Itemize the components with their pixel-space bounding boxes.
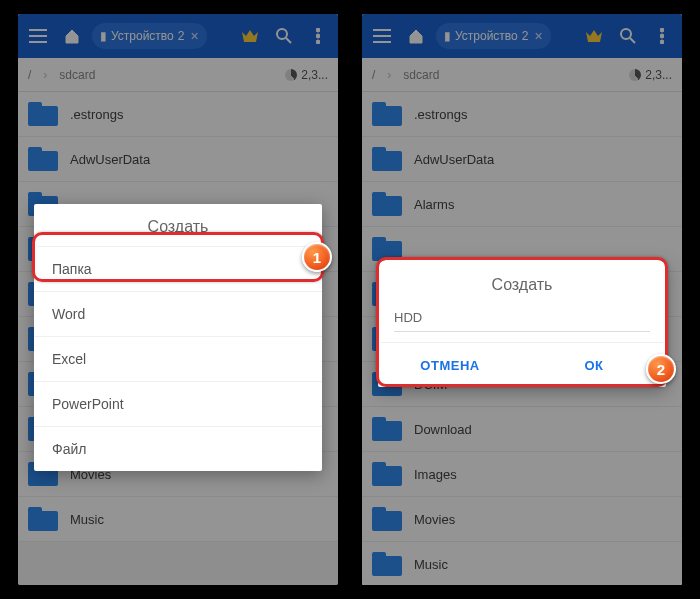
storage-indicator[interactable]: 2,3... [629,68,672,82]
home-icon[interactable] [402,22,430,50]
breadcrumb: / › sdcard 2,3... [18,58,338,92]
step-badge-1: 1 [302,242,332,272]
svg-point-5 [660,28,664,32]
svg-point-4 [621,29,631,39]
dialog-button-row: ОТМЕНА ОК [378,343,666,387]
search-icon[interactable] [270,22,298,50]
menu-icon[interactable] [368,22,396,50]
breadcrumb-sdcard[interactable]: sdcard [403,68,439,82]
sdcard-icon: ▮ [100,29,107,43]
overflow-icon[interactable] [648,22,676,50]
close-icon[interactable]: × [190,28,198,44]
file-name: AdwUserData [414,152,494,167]
svg-point-2 [316,34,320,38]
list-item[interactable]: Movies [362,497,682,542]
folder-icon [372,237,402,261]
file-name: .estrongs [70,107,123,122]
ok-button[interactable]: ОК [522,343,666,387]
folder-icon [372,192,402,216]
file-name: Music [414,557,448,572]
dialog-title: Создать [378,262,666,300]
svg-point-1 [316,28,320,32]
folder-icon [28,507,58,531]
file-name: Images [414,467,457,482]
file-name: Alarms [414,197,454,212]
close-icon[interactable]: × [534,28,542,44]
storage-indicator[interactable]: 2,3... [285,68,328,82]
screenshot-left: ▮ Устройство 2 × / › sdcard 2,3... .estr… [18,14,338,585]
file-name: .estrongs [414,107,467,122]
dialog-title: Создать [34,204,322,246]
folder-name-input[interactable]: HDD [378,300,666,343]
menu-icon[interactable] [24,22,52,50]
chevron-right-icon: › [43,68,47,82]
list-item[interactable]: Alarms [362,182,682,227]
toolbar-tab[interactable]: ▮ Устройство 2 × [92,23,207,49]
tab-count: 2 [522,29,529,43]
file-name: AdwUserData [70,152,150,167]
create-option[interactable]: Excel [34,336,322,381]
create-name-dialog: Создать HDD ОТМЕНА ОК [378,262,666,387]
pie-icon [285,69,297,81]
create-option[interactable]: PowerPoint [34,381,322,426]
folder-icon [372,507,402,531]
app-toolbar: ▮ Устройство 2 × [362,14,682,58]
tab-label: Устройство [455,29,518,43]
breadcrumb-sdcard[interactable]: sdcard [59,68,95,82]
folder-icon [372,552,402,576]
tab-count: 2 [178,29,185,43]
overflow-icon[interactable] [304,22,332,50]
crown-icon[interactable] [236,22,264,50]
toolbar-tab[interactable]: ▮ Устройство 2 × [436,23,551,49]
breadcrumb-root[interactable]: / [28,68,31,82]
list-item[interactable]: .estrongs [362,92,682,137]
list-item[interactable]: Images [362,452,682,497]
svg-point-6 [660,34,664,38]
list-item[interactable]: .estrongs [18,92,338,137]
folder-icon [28,147,58,171]
create-option[interactable]: Папка [34,246,322,291]
breadcrumb: / › sdcard 2,3... [362,58,682,92]
tab-label: Устройство [111,29,174,43]
home-icon[interactable] [58,22,86,50]
svg-point-0 [277,29,287,39]
list-item[interactable]: Music [362,542,682,585]
list-item[interactable]: AdwUserData [362,137,682,182]
folder-icon [372,462,402,486]
folder-icon [372,102,402,126]
pie-icon [629,69,641,81]
folder-icon [28,102,58,126]
search-icon[interactable] [614,22,642,50]
file-name: Music [70,512,104,527]
file-name: Movies [414,512,455,527]
list-item[interactable]: Download [362,407,682,452]
folder-icon [372,147,402,171]
list-item[interactable]: AdwUserData [18,137,338,182]
file-name: Download [414,422,472,437]
app-toolbar: ▮ Устройство 2 × [18,14,338,58]
chevron-right-icon: › [387,68,391,82]
breadcrumb-root[interactable]: / [372,68,375,82]
screenshot-right: ▮ Устройство 2 × / › sdcard 2,3... .estr… [362,14,682,585]
cancel-button[interactable]: ОТМЕНА [378,343,522,387]
step-badge-2: 2 [646,354,676,384]
svg-point-3 [316,40,320,44]
crown-icon[interactable] [580,22,608,50]
create-dialog: Создать ПапкаWordExcelPowerPointФайл [34,204,322,471]
create-option[interactable]: Word [34,291,322,336]
svg-point-7 [660,40,664,44]
sdcard-icon: ▮ [444,29,451,43]
create-option[interactable]: Файл [34,426,322,471]
list-item[interactable]: Music [18,497,338,542]
folder-icon [372,417,402,441]
